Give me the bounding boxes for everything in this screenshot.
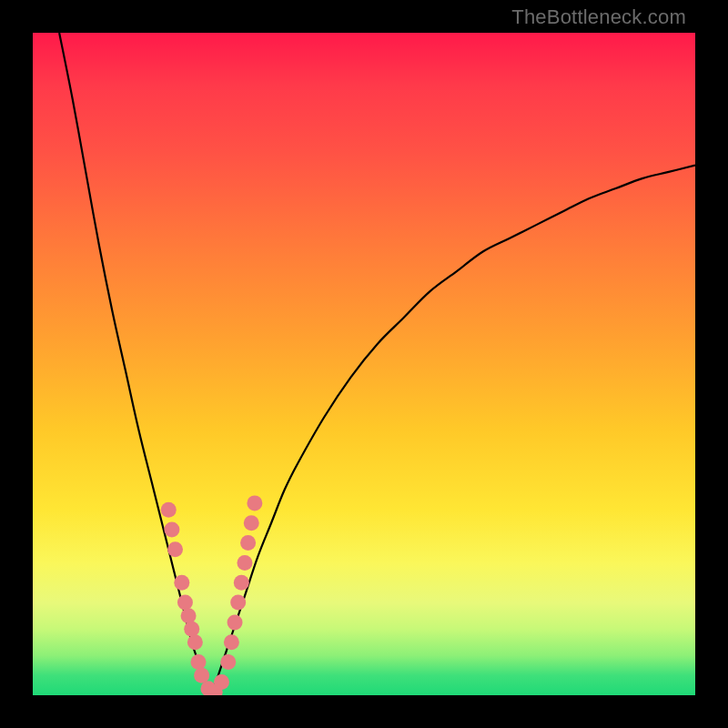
dot	[187, 634, 203, 650]
dot	[214, 674, 229, 690]
dot	[191, 654, 207, 670]
dot	[228, 614, 243, 630]
dot	[224, 634, 239, 650]
dot	[161, 502, 177, 518]
dot	[240, 535, 256, 551]
dot	[184, 622, 199, 637]
dot	[164, 522, 179, 538]
dot	[177, 595, 193, 611]
watermark-text: TheBottleneck.com	[511, 5, 686, 29]
dot	[237, 555, 252, 571]
plot-area	[33, 33, 695, 695]
dot	[167, 541, 183, 557]
dot	[247, 495, 262, 511]
dot	[234, 575, 249, 591]
highlighted-points	[161, 495, 263, 695]
dot	[194, 668, 209, 683]
dot	[220, 654, 236, 670]
dot	[174, 575, 189, 591]
dot	[230, 595, 246, 611]
dot	[181, 608, 197, 623]
dot	[244, 515, 259, 531]
chart-svg	[33, 33, 695, 695]
chart-frame: TheBottleneck.com	[0, 0, 728, 728]
right-curve	[212, 166, 695, 695]
